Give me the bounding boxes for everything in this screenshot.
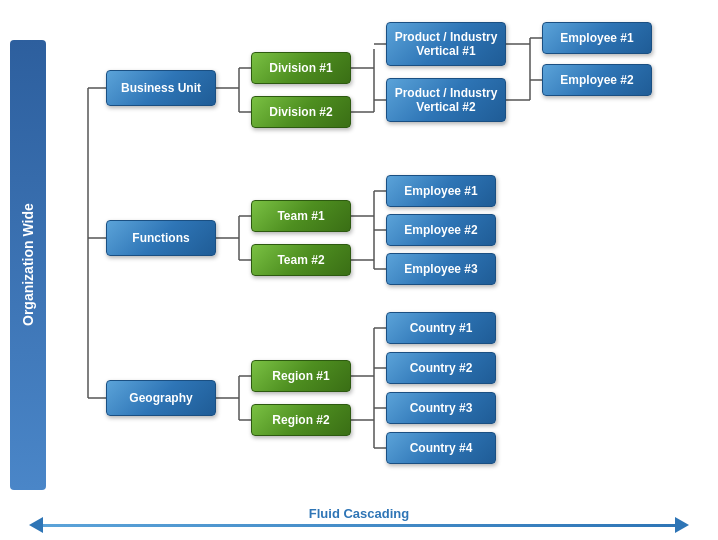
node-d1: Division #1 [251,52,351,84]
node-e1fn: Employee #1 [386,175,496,207]
node-t1: Team #1 [251,200,351,232]
node-t2: Team #2 [251,244,351,276]
arrow-line: Fluid Cascading [43,524,675,527]
arrowhead-right-icon [675,517,689,533]
node-d2: Division #2 [251,96,351,128]
arrow-container: Fluid Cascading [29,517,689,533]
fluid-cascading-label: Fluid Cascading [309,506,409,521]
node-r1: Region #1 [251,360,351,392]
arrowhead-left-icon [29,517,43,533]
bottom-section: Fluid Cascading [10,510,708,540]
node-emp2: Employee #2 [542,64,652,96]
node-bu: Business Unit [106,70,216,106]
node-emp1: Employee #1 [542,22,652,54]
node-c2: Country #2 [386,352,496,384]
node-piv1: Product / Industry Vertical #1 [386,22,506,66]
chart-area: Business UnitFunctionsGeographyDivision … [46,0,718,510]
node-fn: Functions [106,220,216,256]
node-e3fn: Employee #3 [386,253,496,285]
diagram-container: Organization Wide Business UnitFunctions… [0,0,718,510]
node-r2: Region #2 [251,404,351,436]
node-c1: Country #1 [386,312,496,344]
node-piv2: Product / Industry Vertical #2 [386,78,506,122]
node-c3: Country #3 [386,392,496,424]
org-wide-label: Organization Wide [10,40,46,490]
node-c4: Country #4 [386,432,496,464]
node-e2fn: Employee #2 [386,214,496,246]
node-ge: Geography [106,380,216,416]
